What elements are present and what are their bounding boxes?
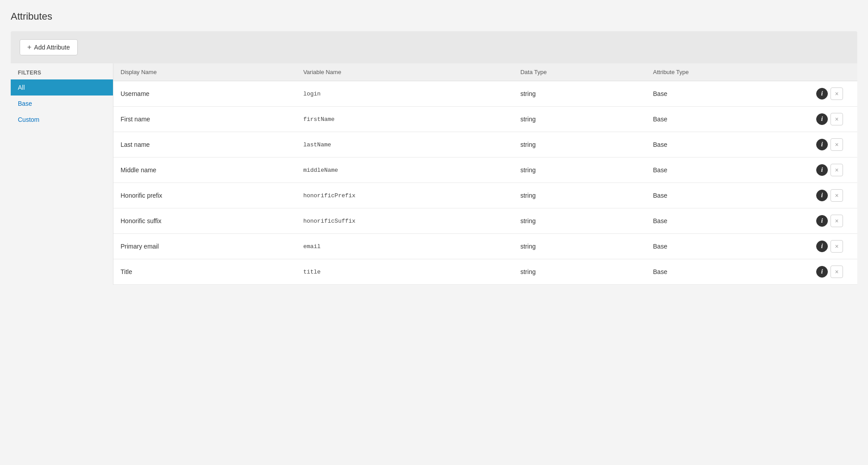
filter-all[interactable]: All — [11, 79, 113, 95]
delete-button[interactable]: × — [830, 266, 843, 278]
filter-base[interactable]: Base — [11, 95, 113, 112]
table-row: Username login string Base i × — [113, 81, 857, 107]
info-button[interactable]: i — [816, 266, 828, 278]
table-row: Title title string Base i × — [113, 259, 857, 285]
sidebar: FILTERS All Base Custom — [11, 63, 113, 285]
page-container: Attributes + Add Attribute FILTERS All B… — [0, 0, 868, 465]
cell-attribute-type: Base — [646, 183, 809, 208]
add-attribute-button[interactable]: + Add Attribute — [20, 39, 78, 55]
cell-variable-name: title — [296, 259, 513, 285]
cell-actions: i × — [809, 234, 857, 259]
cell-display-name: Title — [113, 259, 296, 285]
attributes-table: Display Name Variable Name Data Type Att… — [113, 63, 857, 285]
cell-attribute-type: Base — [646, 107, 809, 132]
plus-icon: + — [27, 43, 31, 51]
cell-display-name: Primary email — [113, 234, 296, 259]
th-display-name: Display Name — [113, 63, 296, 81]
cell-actions: i × — [809, 183, 857, 208]
delete-button[interactable]: × — [830, 240, 843, 253]
cell-attribute-type: Base — [646, 208, 809, 234]
cell-data-type: string — [513, 132, 646, 158]
cell-actions: i × — [809, 158, 857, 183]
cell-variable-name: lastName — [296, 132, 513, 158]
delete-button[interactable]: × — [830, 164, 843, 176]
cell-actions: i × — [809, 81, 857, 107]
cell-variable-name: middleName — [296, 158, 513, 183]
delete-button[interactable]: × — [830, 138, 843, 151]
table-container: Display Name Variable Name Data Type Att… — [113, 63, 857, 285]
cell-attribute-type: Base — [646, 132, 809, 158]
info-button[interactable]: i — [816, 139, 828, 150]
add-attribute-label: Add Attribute — [34, 44, 70, 51]
cell-attribute-type: Base — [646, 234, 809, 259]
info-button[interactable]: i — [816, 113, 828, 125]
cell-display-name: Middle name — [113, 158, 296, 183]
cell-data-type: string — [513, 234, 646, 259]
info-button[interactable]: i — [816, 241, 828, 252]
cell-data-type: string — [513, 183, 646, 208]
cell-attribute-type: Base — [646, 259, 809, 285]
cell-display-name: Last name — [113, 132, 296, 158]
table-row: Honorific prefix honorificPrefix string … — [113, 183, 857, 208]
cell-variable-name: honorificPrefix — [296, 183, 513, 208]
filters-label: FILTERS — [11, 63, 113, 79]
table-row: Middle name middleName string Base i × — [113, 158, 857, 183]
delete-button[interactable]: × — [830, 87, 843, 100]
content-area: FILTERS All Base Custom Display Name Var… — [11, 63, 857, 285]
page-title: Attributes — [11, 11, 857, 22]
cell-actions: i × — [809, 208, 857, 234]
cell-data-type: string — [513, 259, 646, 285]
cell-variable-name: login — [296, 81, 513, 107]
toolbar: + Add Attribute — [11, 31, 857, 63]
cell-display-name: Honorific prefix — [113, 183, 296, 208]
cell-actions: i × — [809, 107, 857, 132]
cell-display-name: Honorific suffix — [113, 208, 296, 234]
info-button[interactable]: i — [816, 88, 828, 100]
cell-attribute-type: Base — [646, 81, 809, 107]
delete-button[interactable]: × — [830, 215, 843, 227]
th-attribute-type: Attribute Type — [646, 63, 809, 81]
info-button[interactable]: i — [816, 190, 828, 201]
table-row: Primary email email string Base i × — [113, 234, 857, 259]
table-row: First name firstName string Base i × — [113, 107, 857, 132]
cell-variable-name: firstName — [296, 107, 513, 132]
cell-data-type: string — [513, 81, 646, 107]
cell-data-type: string — [513, 208, 646, 234]
filter-custom[interactable]: Custom — [11, 112, 113, 128]
table-body: Username login string Base i × First nam… — [113, 81, 857, 285]
cell-display-name: First name — [113, 107, 296, 132]
table-row: Honorific suffix honorificSuffix string … — [113, 208, 857, 234]
cell-actions: i × — [809, 259, 857, 285]
cell-attribute-type: Base — [646, 158, 809, 183]
th-variable-name: Variable Name — [296, 63, 513, 81]
table-row: Last name lastName string Base i × — [113, 132, 857, 158]
info-button[interactable]: i — [816, 215, 828, 227]
cell-actions: i × — [809, 132, 857, 158]
table-header-row: Display Name Variable Name Data Type Att… — [113, 63, 857, 81]
delete-button[interactable]: × — [830, 113, 843, 125]
cell-data-type: string — [513, 107, 646, 132]
cell-data-type: string — [513, 158, 646, 183]
cell-variable-name: email — [296, 234, 513, 259]
th-data-type: Data Type — [513, 63, 646, 81]
th-actions — [809, 63, 857, 81]
info-button[interactable]: i — [816, 164, 828, 176]
delete-button[interactable]: × — [830, 189, 843, 202]
cell-display-name: Username — [113, 81, 296, 107]
cell-variable-name: honorificSuffix — [296, 208, 513, 234]
